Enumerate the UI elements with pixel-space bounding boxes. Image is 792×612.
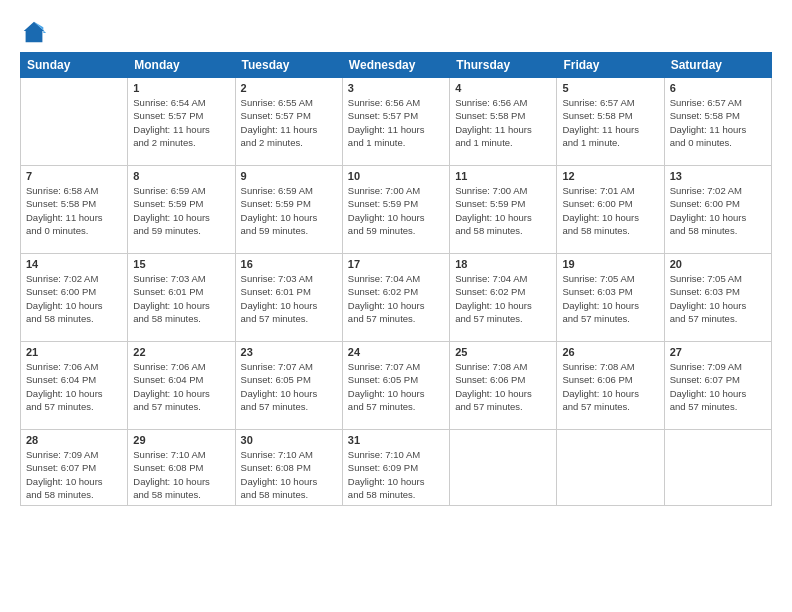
svg-marker-0	[24, 22, 45, 43]
calendar-cell: 24Sunrise: 7:07 AMSunset: 6:05 PMDayligh…	[342, 342, 449, 430]
day-number: 21	[26, 346, 122, 358]
day-info: Sunrise: 7:07 AMSunset: 6:05 PMDaylight:…	[241, 360, 337, 413]
day-number: 4	[455, 82, 551, 94]
day-info: Sunrise: 7:03 AMSunset: 6:01 PMDaylight:…	[241, 272, 337, 325]
calendar-cell: 13Sunrise: 7:02 AMSunset: 6:00 PMDayligh…	[664, 166, 771, 254]
calendar-cell: 14Sunrise: 7:02 AMSunset: 6:00 PMDayligh…	[21, 254, 128, 342]
day-info: Sunrise: 7:10 AMSunset: 6:08 PMDaylight:…	[241, 448, 337, 501]
day-number: 7	[26, 170, 122, 182]
calendar-cell: 2Sunrise: 6:55 AMSunset: 5:57 PMDaylight…	[235, 78, 342, 166]
day-info: Sunrise: 6:56 AMSunset: 5:57 PMDaylight:…	[348, 96, 444, 149]
day-info: Sunrise: 6:57 AMSunset: 5:58 PMDaylight:…	[562, 96, 658, 149]
calendar-cell	[450, 430, 557, 506]
calendar-cell: 28Sunrise: 7:09 AMSunset: 6:07 PMDayligh…	[21, 430, 128, 506]
weekday-header-monday: Monday	[128, 53, 235, 78]
calendar-cell: 12Sunrise: 7:01 AMSunset: 6:00 PMDayligh…	[557, 166, 664, 254]
day-info: Sunrise: 7:10 AMSunset: 6:08 PMDaylight:…	[133, 448, 229, 501]
day-number: 22	[133, 346, 229, 358]
day-number: 2	[241, 82, 337, 94]
day-info: Sunrise: 6:55 AMSunset: 5:57 PMDaylight:…	[241, 96, 337, 149]
weekday-header-friday: Friday	[557, 53, 664, 78]
day-number: 12	[562, 170, 658, 182]
week-row-4: 21Sunrise: 7:06 AMSunset: 6:04 PMDayligh…	[21, 342, 772, 430]
logo	[20, 18, 52, 46]
weekday-header-wednesday: Wednesday	[342, 53, 449, 78]
day-info: Sunrise: 7:08 AMSunset: 6:06 PMDaylight:…	[455, 360, 551, 413]
day-info: Sunrise: 7:06 AMSunset: 6:04 PMDaylight:…	[26, 360, 122, 413]
day-number: 13	[670, 170, 766, 182]
calendar-cell: 11Sunrise: 7:00 AMSunset: 5:59 PMDayligh…	[450, 166, 557, 254]
day-number: 27	[670, 346, 766, 358]
day-number: 30	[241, 434, 337, 446]
day-number: 29	[133, 434, 229, 446]
day-info: Sunrise: 7:03 AMSunset: 6:01 PMDaylight:…	[133, 272, 229, 325]
day-number: 6	[670, 82, 766, 94]
calendar-cell: 25Sunrise: 7:08 AMSunset: 6:06 PMDayligh…	[450, 342, 557, 430]
day-number: 23	[241, 346, 337, 358]
day-number: 10	[348, 170, 444, 182]
day-number: 15	[133, 258, 229, 270]
calendar-cell: 17Sunrise: 7:04 AMSunset: 6:02 PMDayligh…	[342, 254, 449, 342]
day-info: Sunrise: 7:02 AMSunset: 6:00 PMDaylight:…	[670, 184, 766, 237]
week-row-2: 7Sunrise: 6:58 AMSunset: 5:58 PMDaylight…	[21, 166, 772, 254]
calendar-cell: 18Sunrise: 7:04 AMSunset: 6:02 PMDayligh…	[450, 254, 557, 342]
day-info: Sunrise: 6:59 AMSunset: 5:59 PMDaylight:…	[133, 184, 229, 237]
calendar-cell: 8Sunrise: 6:59 AMSunset: 5:59 PMDaylight…	[128, 166, 235, 254]
week-row-5: 28Sunrise: 7:09 AMSunset: 6:07 PMDayligh…	[21, 430, 772, 506]
day-number: 20	[670, 258, 766, 270]
weekday-header-tuesday: Tuesday	[235, 53, 342, 78]
day-number: 25	[455, 346, 551, 358]
day-number: 1	[133, 82, 229, 94]
calendar-cell: 22Sunrise: 7:06 AMSunset: 6:04 PMDayligh…	[128, 342, 235, 430]
week-row-1: 1Sunrise: 6:54 AMSunset: 5:57 PMDaylight…	[21, 78, 772, 166]
calendar-cell: 19Sunrise: 7:05 AMSunset: 6:03 PMDayligh…	[557, 254, 664, 342]
weekday-header-thursday: Thursday	[450, 53, 557, 78]
calendar-cell: 31Sunrise: 7:10 AMSunset: 6:09 PMDayligh…	[342, 430, 449, 506]
day-info: Sunrise: 7:09 AMSunset: 6:07 PMDaylight:…	[670, 360, 766, 413]
day-info: Sunrise: 7:00 AMSunset: 5:59 PMDaylight:…	[455, 184, 551, 237]
calendar-table: SundayMondayTuesdayWednesdayThursdayFrid…	[20, 52, 772, 506]
logo-icon	[20, 18, 48, 46]
day-info: Sunrise: 7:09 AMSunset: 6:07 PMDaylight:…	[26, 448, 122, 501]
weekday-header-row: SundayMondayTuesdayWednesdayThursdayFrid…	[21, 53, 772, 78]
calendar-cell: 23Sunrise: 7:07 AMSunset: 6:05 PMDayligh…	[235, 342, 342, 430]
day-info: Sunrise: 7:06 AMSunset: 6:04 PMDaylight:…	[133, 360, 229, 413]
calendar-cell	[664, 430, 771, 506]
day-info: Sunrise: 7:04 AMSunset: 6:02 PMDaylight:…	[348, 272, 444, 325]
day-number: 18	[455, 258, 551, 270]
day-number: 9	[241, 170, 337, 182]
calendar-cell: 10Sunrise: 7:00 AMSunset: 5:59 PMDayligh…	[342, 166, 449, 254]
calendar-cell: 1Sunrise: 6:54 AMSunset: 5:57 PMDaylight…	[128, 78, 235, 166]
day-info: Sunrise: 7:04 AMSunset: 6:02 PMDaylight:…	[455, 272, 551, 325]
day-info: Sunrise: 6:58 AMSunset: 5:58 PMDaylight:…	[26, 184, 122, 237]
calendar-cell: 29Sunrise: 7:10 AMSunset: 6:08 PMDayligh…	[128, 430, 235, 506]
day-info: Sunrise: 6:59 AMSunset: 5:59 PMDaylight:…	[241, 184, 337, 237]
day-number: 16	[241, 258, 337, 270]
day-info: Sunrise: 6:56 AMSunset: 5:58 PMDaylight:…	[455, 96, 551, 149]
week-row-3: 14Sunrise: 7:02 AMSunset: 6:00 PMDayligh…	[21, 254, 772, 342]
calendar-page: SundayMondayTuesdayWednesdayThursdayFrid…	[0, 0, 792, 612]
day-info: Sunrise: 7:05 AMSunset: 6:03 PMDaylight:…	[670, 272, 766, 325]
day-number: 8	[133, 170, 229, 182]
calendar-cell: 3Sunrise: 6:56 AMSunset: 5:57 PMDaylight…	[342, 78, 449, 166]
day-number: 14	[26, 258, 122, 270]
calendar-cell: 21Sunrise: 7:06 AMSunset: 6:04 PMDayligh…	[21, 342, 128, 430]
day-number: 19	[562, 258, 658, 270]
day-info: Sunrise: 7:00 AMSunset: 5:59 PMDaylight:…	[348, 184, 444, 237]
calendar-cell: 27Sunrise: 7:09 AMSunset: 6:07 PMDayligh…	[664, 342, 771, 430]
day-info: Sunrise: 7:10 AMSunset: 6:09 PMDaylight:…	[348, 448, 444, 501]
calendar-cell	[21, 78, 128, 166]
calendar-cell: 7Sunrise: 6:58 AMSunset: 5:58 PMDaylight…	[21, 166, 128, 254]
day-number: 26	[562, 346, 658, 358]
day-number: 17	[348, 258, 444, 270]
day-number: 28	[26, 434, 122, 446]
calendar-cell: 30Sunrise: 7:10 AMSunset: 6:08 PMDayligh…	[235, 430, 342, 506]
day-number: 31	[348, 434, 444, 446]
day-info: Sunrise: 6:54 AMSunset: 5:57 PMDaylight:…	[133, 96, 229, 149]
day-info: Sunrise: 7:02 AMSunset: 6:00 PMDaylight:…	[26, 272, 122, 325]
day-number: 11	[455, 170, 551, 182]
day-number: 3	[348, 82, 444, 94]
day-info: Sunrise: 7:05 AMSunset: 6:03 PMDaylight:…	[562, 272, 658, 325]
calendar-cell: 16Sunrise: 7:03 AMSunset: 6:01 PMDayligh…	[235, 254, 342, 342]
calendar-cell: 9Sunrise: 6:59 AMSunset: 5:59 PMDaylight…	[235, 166, 342, 254]
